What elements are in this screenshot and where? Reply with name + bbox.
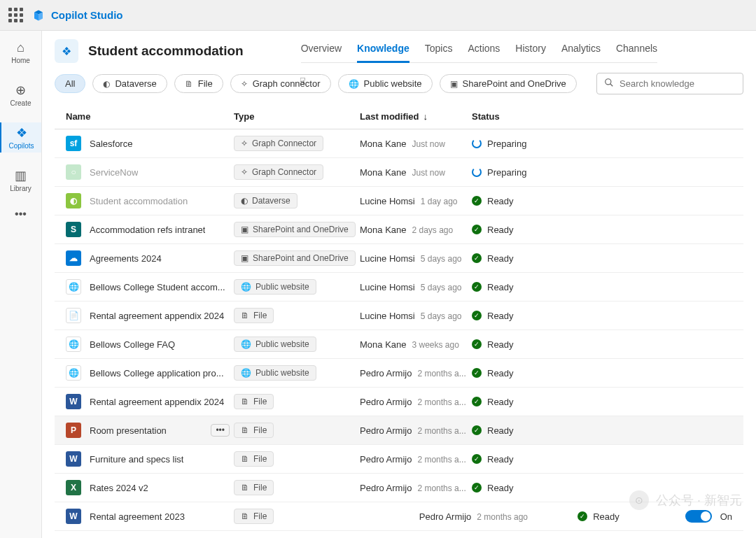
plus-icon: ⊕ [15, 83, 26, 98]
brand-title: Copilot Studio [51, 9, 122, 21]
row-name: ServiceNow [90, 167, 138, 178]
search-input-wrapper[interactable] [596, 73, 743, 94]
page-header: ❖ Student accommodation OverviewKnowledg… [42, 31, 756, 63]
type-label: SharePoint and OneDrive [253, 253, 349, 263]
sharepoint-icon: ▣ [241, 253, 248, 263]
tab-topics[interactable]: Topics [425, 38, 453, 62]
more-icon[interactable]: ••• [211, 424, 230, 437]
filter-all[interactable]: All [55, 74, 85, 93]
check-icon: ✓ [472, 253, 482, 263]
sharepoint-icon: S [66, 222, 81, 237]
table-row[interactable]: SAccommodation refs intranet▣SharePoint … [55, 215, 743, 244]
filter-public-website[interactable]: 🌐Public website [338, 74, 433, 93]
globe-icon: 🌐 [241, 282, 251, 292]
modified-when: 2 months a... [417, 455, 465, 465]
copilot-studio-icon [31, 9, 46, 22]
row-name: Student accommodation [90, 196, 188, 206]
tab-knowledge[interactable]: Knowledge [357, 38, 410, 63]
col-type[interactable]: Type [234, 111, 360, 122]
type-label: File [253, 454, 267, 464]
table-row[interactable]: WFurniture and specs list🗎FilePedro Armi… [55, 445, 743, 474]
nav-home[interactable]: ⌂ Home [0, 38, 41, 67]
file-icon: 🗎 [241, 397, 249, 406]
table-row[interactable]: PRoom presentation•••🗎FilePedro Armijo2 … [55, 416, 743, 445]
filter-sharepoint-and-onedrive[interactable]: ▣SharePoint and OneDrive [440, 74, 577, 93]
modified-when: Just now [412, 168, 445, 178]
tab-analytics[interactable]: Analytics [561, 38, 601, 62]
type-chip: ✧Graph Connector [234, 164, 323, 180]
graph-icon: ✧ [241, 79, 248, 89]
type-label: Graph Connector [252, 139, 316, 148]
nav-library-label: Library [10, 185, 31, 192]
status-text: Preparing [487, 167, 526, 178]
tab-channels[interactable]: Channels [616, 38, 657, 62]
table-row[interactable]: 📄Rental agreement appendix 2024🗎FileLuci… [55, 302, 743, 330]
status-text: Ready [487, 454, 514, 465]
col-status[interactable]: Status [472, 111, 732, 122]
type-chip: 🌐Public website [234, 337, 316, 352]
salesforce-icon: sf [66, 136, 81, 151]
table-row[interactable]: 🌐Bellows College Student accom...🌐Public… [55, 273, 743, 302]
nav-library[interactable]: ▥ Library [0, 165, 41, 195]
onedrive-icon: ☁ [66, 250, 81, 266]
type-chip: 🗎File [234, 308, 274, 323]
table-row[interactable]: ○ServiceNow✧Graph ConnectorMona KaneJust… [55, 158, 743, 187]
modified-by: Mona Kane [360, 225, 407, 235]
col-name[interactable]: Name [66, 111, 234, 122]
modified-by: Pedro Armijo [360, 483, 412, 493]
filter-label: All [65, 78, 75, 89]
table-row[interactable]: 🌐Bellows College application pro...🌐Publ… [55, 359, 743, 388]
check-icon: ✓ [472, 425, 482, 435]
filter-file[interactable]: 🗎File [174, 74, 223, 93]
globe-icon: 🌐 [241, 339, 251, 349]
check-icon: ✓ [472, 483, 482, 493]
nav-create[interactable]: ⊕ Create [0, 80, 41, 110]
type-chip: 🗎File [234, 394, 274, 409]
tabs: OverviewKnowledgeTopicsActionsHistoryAna… [301, 38, 657, 63]
status-text: Ready [487, 225, 514, 235]
enabled-toggle[interactable] [685, 510, 712, 523]
file-icon: 🗎 [241, 483, 249, 493]
nav-copilots[interactable]: ❖ Copilots [0, 122, 41, 153]
type-chip: ◐Dataverse [234, 193, 298, 208]
globe-icon: 🌐 [241, 368, 251, 378]
filter-label: SharePoint and OneDrive [463, 78, 566, 89]
file-icon: 🗎 [241, 425, 249, 435]
modified-when: 2 months ago [477, 512, 528, 522]
tab-overview[interactable]: Overview [301, 38, 342, 62]
table-row[interactable]: 🌐Bellows College FAQ🌐Public websiteMona … [55, 330, 743, 359]
type-chip: 🗎File [234, 423, 274, 438]
status-text: Ready [487, 253, 514, 264]
tab-history[interactable]: History [515, 38, 546, 62]
table-row[interactable]: WRental agreement appendix 2024🗎FilePedr… [55, 388, 743, 416]
tab-actions[interactable]: Actions [468, 38, 500, 62]
modified-when: 2 months a... [417, 426, 465, 436]
filter-dataverse[interactable]: ◐Dataverse [92, 74, 167, 93]
table-row[interactable]: sfSalesforce✧Graph ConnectorMona KaneJus… [55, 129, 743, 158]
check-icon: ✓ [472, 196, 482, 206]
search-input[interactable] [620, 78, 737, 89]
table-row[interactable]: XRates 2024 v2🗎FilePedro Armijo2 months … [55, 474, 743, 502]
nav-copilots-label: Copilots [8, 142, 34, 150]
nav-more-icon[interactable]: ••• [15, 208, 27, 220]
row-name: Rental agreement 2023 [90, 511, 185, 522]
col-modified[interactable]: Last modified ↓ [360, 111, 472, 122]
modified-when: 1 day ago [421, 197, 458, 206]
spinner-icon [472, 139, 482, 148]
table-row[interactable]: ☁Agreements 2024▣SharePoint and OneDrive… [55, 244, 743, 273]
app-launcher-icon[interactable] [8, 8, 23, 22]
table-row[interactable]: WRental agreement 2023🗎FilePedro Armijo2… [55, 502, 743, 531]
filter-bar: All◐Dataverse🗎File✧Graph connector🌐Publi… [42, 63, 756, 104]
word-icon: W [66, 394, 81, 409]
type-chip: 🌐Public website [234, 365, 316, 381]
filter-graph-connector[interactable]: ✧Graph connector [230, 74, 331, 93]
modified-when: 2 months a... [417, 369, 465, 378]
table-row[interactable]: ◐Student accommodation◐DataverseLucine H… [55, 187, 743, 215]
globe-icon: 🌐 [66, 337, 81, 352]
status-text: Ready [487, 311, 514, 321]
check-icon: ✓ [472, 282, 482, 292]
left-nav: ⌂ Home ⊕ Create ❖ Copilots ▥ Library ••• [0, 31, 42, 538]
brand[interactable]: Copilot Studio [31, 9, 122, 22]
check-icon: ✓ [472, 368, 482, 378]
type-chip: ✧Graph Connector [234, 136, 323, 151]
